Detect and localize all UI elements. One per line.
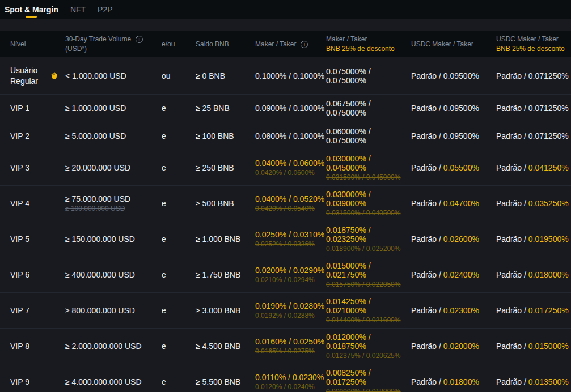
cell-maker-taker: 0.0200% / 0.0290% 0.0210% / 0.0294%	[255, 266, 326, 284]
info-icon[interactable]: i	[301, 41, 308, 48]
cell-maker-taker-bnb: 0.067500% / 0.075000%	[326, 99, 411, 117]
active-tab-indicator	[26, 16, 37, 18]
cell-usdc-maker-taker: Padrão / 0.02400%	[411, 270, 496, 279]
volume-value: ≥ 5.000.000 USD	[65, 131, 126, 140]
bnb-balance-value: ≥ 1.000 BNB	[196, 235, 240, 244]
level-label: VIP 4	[10, 198, 29, 209]
maker-taker-bnb-value: 0.015000% / 0.021750%	[326, 261, 411, 279]
cell-usdc-maker-taker-bnb: Padrão / 0.071250%	[496, 71, 571, 80]
and-or-value: e	[162, 199, 166, 208]
volume-value: ≥ 150.000.000 USD	[65, 235, 135, 244]
maker-taker-value: 0.0900% / 0.1000%	[255, 104, 324, 113]
usdc-fee-value: 0.02300%	[443, 306, 479, 315]
usdc-bnb-fee-value: 0.017250%	[528, 306, 569, 315]
usdc-fee-value: 0.01800%	[443, 377, 479, 386]
maker-taker-value: 0.0250% / 0.0310%	[255, 230, 324, 239]
and-or-value: e	[162, 306, 166, 315]
header-usdc-maker-taker-bnb: USDC Maker / Taker BNB 25% de desconto	[496, 35, 571, 54]
and-or-value: e	[162, 377, 166, 386]
and-or-value: ou	[162, 71, 171, 80]
maker-taker-bnb-value: 0.030000% / 0.045000%	[326, 154, 411, 172]
maker-taker-value: 0.0400% / 0.0600%	[255, 159, 324, 168]
and-or-value: e	[162, 131, 166, 140]
tab-p2p[interactable]: P2P	[98, 0, 112, 19]
separator: /	[437, 270, 443, 279]
maker-taker-bnb-old-value: 0.031500% / 0.040500%	[326, 209, 400, 217]
maker-taker-old-value: 0.0165% / 0.0275%	[255, 347, 315, 355]
volume-value: ≥ 1.000.000 USD	[65, 104, 126, 113]
cell-maker-taker-bnb: 0.008250% / 0.017250% 0.009000% / 0.0180…	[326, 368, 411, 392]
cell-level: VIP 5	[0, 234, 65, 245]
maker-taker-old-value: 0.0252% / 0.0336%	[255, 240, 315, 248]
bnb-discount-link[interactable]: BNB 25% de desconto	[496, 44, 565, 54]
cell-bnb-balance: ≥ 4.500 BNB	[196, 342, 255, 351]
usdc-fee-value: 0.09500%	[443, 131, 479, 140]
usdc-bnb-fee-value: 0.018000%	[528, 270, 569, 279]
cell-usdc-maker-taker: Padrão / 0.09500%	[411, 131, 496, 140]
separator: /	[437, 71, 443, 80]
maker-taker-value: 0.0800% / 0.1000%	[255, 131, 324, 140]
header-volume: 30-Day Trade Volume i (USD*)	[65, 35, 162, 54]
default-label: Padrão	[411, 163, 437, 172]
cell-usdc-maker-taker: Padrão / 0.09500%	[411, 71, 496, 80]
usdc-fee-value: 0.09500%	[443, 104, 479, 113]
usdc-bnb-fee-value: 0.013500%	[528, 377, 569, 386]
default-label: Padrão	[496, 131, 522, 140]
maker-taker-value: 0.0110% / 0.0230%	[255, 373, 324, 382]
tab-nft[interactable]: NFT	[70, 0, 86, 19]
usdc-fee-value: 0.02400%	[443, 270, 479, 279]
cell-maker-taker-bnb: 0.030000% / 0.039000% 0.031500% / 0.0405…	[326, 190, 411, 217]
cell-maker-taker: 0.0250% / 0.0310% 0.0252% / 0.0336%	[255, 230, 326, 248]
fee-table: Nível 30-Day Trade Volume i (USD*) e/ou …	[0, 31, 571, 392]
cell-maker-taker-bnb: 0.014250% / 0.021000% 0.014400% / 0.0216…	[326, 297, 411, 324]
separator: /	[522, 199, 528, 208]
volume-value: < 1.000.000 USD	[65, 71, 126, 80]
header-bnb-balance: Saldo BNB	[196, 40, 255, 49]
cell-and-or: e	[162, 199, 196, 208]
default-label: Padrão	[496, 342, 522, 351]
level-label: VIP 9	[10, 377, 29, 387]
table-row: Usuário Regular < 1.000.000 USD ou	[0, 57, 571, 95]
spacer	[0, 19, 571, 31]
default-label: Padrão	[411, 377, 437, 386]
cell-maker-taker: 0.0110% / 0.0230% 0.0120% / 0.0240%	[255, 373, 326, 391]
default-label: Padrão	[411, 306, 437, 315]
cell-usdc-maker-taker: Padrão / 0.05500%	[411, 163, 496, 172]
cell-volume: ≥ 150.000.000 USD	[65, 235, 162, 244]
cell-maker-taker: 0.0900% / 0.1000%	[255, 104, 326, 113]
maker-taker-value: 0.0200% / 0.0290%	[255, 266, 324, 275]
maker-taker-bnb-old-value: 0.009000% / 0.018000%	[326, 387, 400, 392]
tab-label: Spot & Margin	[5, 5, 58, 14]
table-row: VIP 5 ≥ 150.000.000 USD e ≥ 1.000 BNB 0.…	[0, 221, 571, 257]
bnb-balance-value: ≥ 5.500 BNB	[196, 377, 240, 386]
usdc-fee-value: 0.04700%	[443, 199, 479, 208]
volume-old-value: ≥ 100.000.000 USD	[65, 204, 125, 212]
cell-level: VIP 2	[0, 131, 65, 142]
cell-maker-taker-bnb: 0.015000% / 0.021750% 0.015750% / 0.0220…	[326, 261, 411, 288]
level-label: VIP 2	[10, 131, 29, 142]
cell-volume: ≥ 400.000.000 USD	[65, 270, 162, 279]
separator: /	[522, 71, 528, 80]
default-label: Padrão	[411, 270, 437, 279]
cell-bnb-balance: ≥ 0 BNB	[196, 71, 255, 80]
default-label: Padrão	[411, 235, 437, 244]
cell-maker-taker-bnb: 0.012000% / 0.018750% 0.012375% / 0.0206…	[326, 333, 411, 360]
separator: /	[437, 163, 443, 172]
and-or-value: e	[162, 235, 166, 244]
usdc-fee-value: 0.02000%	[443, 342, 479, 351]
usdc-bnb-fee-value: 0.041250%	[528, 163, 569, 172]
bnb-discount-link[interactable]: BNB 25% de desconto	[326, 44, 395, 54]
cell-and-or: e	[162, 377, 196, 386]
cell-usdc-maker-taker: Padrão / 0.02000%	[411, 342, 496, 351]
maker-taker-bnb-value: 0.014250% / 0.021000%	[326, 297, 411, 315]
cell-level: VIP 6	[0, 270, 65, 280]
info-icon[interactable]: i	[136, 36, 143, 43]
cell-bnb-balance: ≥ 100 BNB	[196, 131, 255, 140]
volume-value: ≥ 2.000.000.000 USD	[65, 342, 142, 351]
maker-taker-value: 0.0160% / 0.0250%	[255, 337, 324, 346]
cell-bnb-balance: ≥ 25 BNB	[196, 104, 255, 113]
level-label: VIP 8	[10, 341, 29, 352]
separator: /	[437, 235, 443, 244]
and-or-value: e	[162, 163, 166, 172]
tab-spot-margin[interactable]: Spot & Margin	[5, 0, 58, 19]
